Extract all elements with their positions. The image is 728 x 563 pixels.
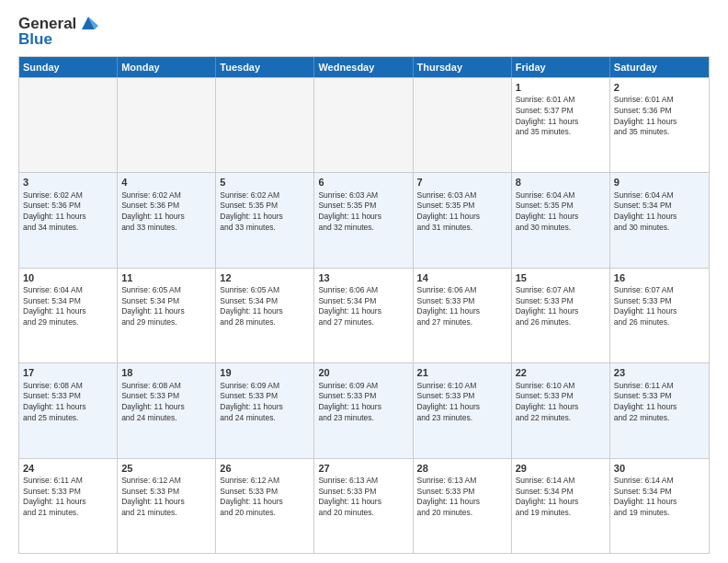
calendar-cell: 15Sunrise: 6:07 AM Sunset: 5:33 PM Dayli… bbox=[512, 269, 610, 362]
logo-blue-text: Blue bbox=[18, 30, 98, 49]
calendar-cell: 29Sunrise: 6:14 AM Sunset: 5:34 PM Dayli… bbox=[512, 459, 610, 553]
cell-content: Sunrise: 6:12 AM Sunset: 5:33 PM Dayligh… bbox=[220, 476, 283, 517]
cell-content: Sunrise: 6:02 AM Sunset: 5:36 PM Dayligh… bbox=[121, 190, 185, 232]
cell-content: Sunrise: 6:10 AM Sunset: 5:33 PM Dayligh… bbox=[417, 381, 481, 422]
cell-content: Sunrise: 6:01 AM Sunset: 5:37 PM Dayligh… bbox=[516, 95, 579, 136]
calendar-cell: 8Sunrise: 6:04 AM Sunset: 5:35 PM Daylig… bbox=[512, 173, 610, 267]
calendar-row: 3Sunrise: 6:02 AM Sunset: 5:36 PM Daylig… bbox=[19, 172, 709, 267]
day-number: 22 bbox=[516, 366, 606, 379]
day-number: 5 bbox=[220, 176, 310, 189]
cell-content: Sunrise: 6:07 AM Sunset: 5:33 PM Dayligh… bbox=[614, 285, 677, 327]
calendar-cell: 18Sunrise: 6:08 AM Sunset: 5:33 PM Dayli… bbox=[118, 363, 216, 457]
calendar-body: 1Sunrise: 6:01 AM Sunset: 5:37 PM Daylig… bbox=[19, 77, 709, 553]
day-number: 4 bbox=[121, 176, 211, 189]
cell-content: Sunrise: 6:14 AM Sunset: 5:34 PM Dayligh… bbox=[516, 476, 579, 517]
calendar-header-cell: Monday bbox=[118, 57, 216, 77]
cell-content: Sunrise: 6:04 AM Sunset: 5:34 PM Dayligh… bbox=[614, 190, 677, 232]
logo: General Blue bbox=[18, 15, 98, 49]
cell-content: Sunrise: 6:04 AM Sunset: 5:34 PM Dayligh… bbox=[23, 285, 86, 327]
cell-content: Sunrise: 6:02 AM Sunset: 5:36 PM Dayligh… bbox=[23, 190, 86, 232]
cell-content: Sunrise: 6:03 AM Sunset: 5:35 PM Dayligh… bbox=[417, 190, 481, 232]
day-number: 23 bbox=[614, 366, 705, 379]
calendar-row: 24Sunrise: 6:11 AM Sunset: 5:33 PM Dayli… bbox=[19, 458, 709, 553]
cell-content: Sunrise: 6:11 AM Sunset: 5:33 PM Dayligh… bbox=[614, 381, 677, 422]
calendar-cell: 24Sunrise: 6:11 AM Sunset: 5:33 PM Dayli… bbox=[19, 459, 118, 553]
day-number: 24 bbox=[23, 462, 113, 475]
day-number: 30 bbox=[614, 462, 705, 475]
calendar-cell: 12Sunrise: 6:05 AM Sunset: 5:34 PM Dayli… bbox=[216, 269, 314, 362]
calendar-header-cell: Wednesday bbox=[314, 57, 413, 77]
calendar-cell: 25Sunrise: 6:12 AM Sunset: 5:33 PM Dayli… bbox=[118, 459, 216, 553]
page: General Blue SundayMondayTuesdayWednesda… bbox=[0, 0, 728, 563]
calendar-cell: 20Sunrise: 6:09 AM Sunset: 5:33 PM Dayli… bbox=[314, 363, 413, 457]
day-number: 8 bbox=[516, 176, 606, 189]
day-number: 10 bbox=[23, 271, 113, 284]
calendar-cell: 27Sunrise: 6:13 AM Sunset: 5:33 PM Dayli… bbox=[314, 459, 413, 553]
day-number: 11 bbox=[121, 271, 211, 284]
calendar-cell: 3Sunrise: 6:02 AM Sunset: 5:36 PM Daylig… bbox=[19, 173, 118, 267]
calendar-header-cell: Tuesday bbox=[216, 57, 314, 77]
cell-content: Sunrise: 6:04 AM Sunset: 5:35 PM Dayligh… bbox=[516, 190, 579, 232]
calendar-cell: 30Sunrise: 6:14 AM Sunset: 5:34 PM Dayli… bbox=[610, 459, 709, 553]
calendar-cell: 10Sunrise: 6:04 AM Sunset: 5:34 PM Dayli… bbox=[19, 269, 118, 362]
day-number: 6 bbox=[318, 176, 408, 189]
day-number: 13 bbox=[318, 271, 408, 284]
calendar: SundayMondayTuesdayWednesdayThursdayFrid… bbox=[18, 56, 710, 554]
calendar-cell bbox=[118, 78, 216, 172]
calendar-cell: 16Sunrise: 6:07 AM Sunset: 5:33 PM Dayli… bbox=[610, 269, 709, 362]
calendar-cell bbox=[216, 78, 314, 172]
calendar-cell: 28Sunrise: 6:13 AM Sunset: 5:33 PM Dayli… bbox=[414, 459, 512, 553]
cell-content: Sunrise: 6:09 AM Sunset: 5:33 PM Dayligh… bbox=[318, 381, 381, 422]
day-number: 16 bbox=[614, 271, 705, 284]
day-number: 3 bbox=[23, 176, 113, 189]
cell-content: Sunrise: 6:01 AM Sunset: 5:36 PM Dayligh… bbox=[614, 95, 677, 136]
day-number: 18 bbox=[121, 366, 211, 379]
day-number: 7 bbox=[417, 176, 507, 189]
day-number: 17 bbox=[23, 366, 113, 379]
calendar-cell: 23Sunrise: 6:11 AM Sunset: 5:33 PM Dayli… bbox=[610, 363, 709, 457]
day-number: 15 bbox=[516, 271, 606, 284]
calendar-header-cell: Friday bbox=[512, 57, 610, 77]
cell-content: Sunrise: 6:14 AM Sunset: 5:34 PM Dayligh… bbox=[614, 476, 677, 517]
day-number: 29 bbox=[516, 462, 606, 475]
calendar-cell: 7Sunrise: 6:03 AM Sunset: 5:35 PM Daylig… bbox=[414, 173, 512, 267]
day-number: 14 bbox=[417, 271, 507, 284]
calendar-cell: 1Sunrise: 6:01 AM Sunset: 5:37 PM Daylig… bbox=[512, 78, 610, 172]
cell-content: Sunrise: 6:05 AM Sunset: 5:34 PM Dayligh… bbox=[121, 285, 185, 327]
calendar-cell: 4Sunrise: 6:02 AM Sunset: 5:36 PM Daylig… bbox=[118, 173, 216, 267]
day-number: 21 bbox=[417, 366, 507, 379]
calendar-cell bbox=[19, 78, 118, 172]
calendar-cell: 13Sunrise: 6:06 AM Sunset: 5:34 PM Dayli… bbox=[314, 269, 413, 362]
calendar-row: 10Sunrise: 6:04 AM Sunset: 5:34 PM Dayli… bbox=[19, 268, 709, 362]
calendar-header-cell: Saturday bbox=[610, 57, 709, 77]
logo-icon bbox=[78, 13, 98, 33]
calendar-cell: 21Sunrise: 6:10 AM Sunset: 5:33 PM Dayli… bbox=[414, 363, 512, 457]
calendar-cell: 5Sunrise: 6:02 AM Sunset: 5:35 PM Daylig… bbox=[216, 173, 314, 267]
day-number: 2 bbox=[614, 81, 705, 94]
calendar-header-cell: Thursday bbox=[414, 57, 512, 77]
calendar-header-cell: Sunday bbox=[19, 57, 118, 77]
calendar-cell: 6Sunrise: 6:03 AM Sunset: 5:35 PM Daylig… bbox=[314, 173, 413, 267]
cell-content: Sunrise: 6:09 AM Sunset: 5:33 PM Dayligh… bbox=[220, 381, 283, 422]
cell-content: Sunrise: 6:03 AM Sunset: 5:35 PM Dayligh… bbox=[318, 190, 381, 232]
calendar-cell: 17Sunrise: 6:08 AM Sunset: 5:33 PM Dayli… bbox=[19, 363, 118, 457]
cell-content: Sunrise: 6:05 AM Sunset: 5:34 PM Dayligh… bbox=[220, 285, 283, 327]
calendar-cell: 22Sunrise: 6:10 AM Sunset: 5:33 PM Dayli… bbox=[512, 363, 610, 457]
calendar-cell: 9Sunrise: 6:04 AM Sunset: 5:34 PM Daylig… bbox=[610, 173, 709, 267]
calendar-row: 1Sunrise: 6:01 AM Sunset: 5:37 PM Daylig… bbox=[19, 77, 709, 172]
calendar-cell: 26Sunrise: 6:12 AM Sunset: 5:33 PM Dayli… bbox=[216, 459, 314, 553]
calendar-cell: 19Sunrise: 6:09 AM Sunset: 5:33 PM Dayli… bbox=[216, 363, 314, 457]
day-number: 9 bbox=[614, 176, 705, 189]
cell-content: Sunrise: 6:06 AM Sunset: 5:33 PM Dayligh… bbox=[417, 285, 481, 327]
calendar-cell: 14Sunrise: 6:06 AM Sunset: 5:33 PM Dayli… bbox=[414, 269, 512, 362]
cell-content: Sunrise: 6:13 AM Sunset: 5:33 PM Dayligh… bbox=[318, 476, 381, 517]
calendar-header: SundayMondayTuesdayWednesdayThursdayFrid… bbox=[19, 57, 709, 77]
cell-content: Sunrise: 6:10 AM Sunset: 5:33 PM Dayligh… bbox=[516, 381, 579, 422]
day-number: 27 bbox=[318, 462, 408, 475]
calendar-cell: 2Sunrise: 6:01 AM Sunset: 5:36 PM Daylig… bbox=[610, 78, 709, 172]
cell-content: Sunrise: 6:08 AM Sunset: 5:33 PM Dayligh… bbox=[121, 381, 185, 422]
calendar-cell: 11Sunrise: 6:05 AM Sunset: 5:34 PM Dayli… bbox=[118, 269, 216, 362]
day-number: 19 bbox=[220, 366, 310, 379]
day-number: 1 bbox=[516, 81, 606, 94]
calendar-cell bbox=[314, 78, 413, 172]
